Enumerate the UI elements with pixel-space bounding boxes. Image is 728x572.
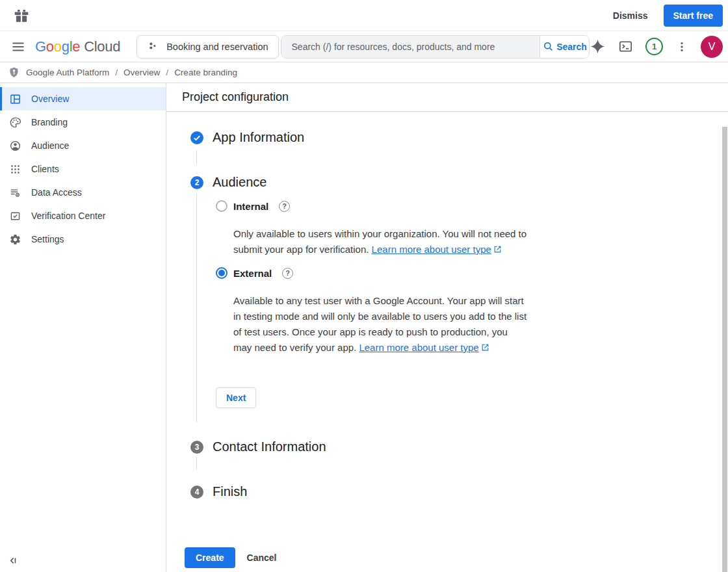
project-icon: [147, 40, 159, 53]
avatar[interactable]: V: [701, 36, 723, 58]
logo-letter: e: [72, 38, 80, 55]
step-number-badge: 3: [190, 441, 203, 454]
sidebar: Overview Branding: [0, 83, 166, 572]
step-label: App Information: [213, 130, 304, 145]
link-text: Learn more about user type: [359, 342, 478, 353]
step-label: Finish: [213, 484, 247, 499]
step-complete-check-icon: [190, 131, 203, 144]
sidebar-item-branding[interactable]: Branding: [0, 110, 166, 134]
radio-label: External: [233, 268, 272, 279]
logo-letter: g: [62, 38, 70, 55]
checkbox-icon: [9, 210, 21, 222]
sidebar-item-audience[interactable]: Audience: [0, 134, 166, 157]
external-description: Available to any test user with a Google…: [233, 293, 527, 356]
cloud-shell-icon[interactable]: [618, 39, 633, 54]
search-icon: [542, 40, 554, 53]
logo-letter: o: [46, 38, 54, 55]
search-button-label: Search: [556, 42, 587, 52]
gift-icon[interactable]: [13, 7, 30, 24]
learn-more-link[interactable]: Learn more about user type: [372, 244, 502, 255]
project-selector[interactable]: Booking and reservation: [136, 35, 278, 58]
create-button[interactable]: Create: [185, 547, 235, 568]
google-cloud-console: Dismiss Start free Google Cloud Booking …: [0, 0, 728, 572]
step-finish: 4 Finish: [190, 484, 728, 499]
breadcrumb-separator: /: [166, 68, 168, 77]
breadcrumb-item[interactable]: Overview: [124, 68, 160, 77]
project-name: Booking and reservation: [166, 42, 268, 52]
kebab-menu-icon[interactable]: [675, 39, 688, 55]
external-link-icon: [481, 341, 489, 356]
step-contact-information: 3 Contact Information: [190, 439, 728, 454]
internal-radio-row[interactable]: Internal ?: [216, 200, 728, 212]
list-gear-icon: [9, 187, 21, 199]
header-actions: 1 V: [590, 36, 723, 58]
project-configuration-stepper: App Information 2 Audience Internal ? On…: [166, 112, 728, 543]
link-text: Learn more about user type: [372, 244, 491, 255]
step-connector: [196, 457, 197, 470]
sidebar-item-overview[interactable]: Overview: [0, 87, 166, 110]
sidebar-item-label: Overview: [31, 94, 69, 104]
gemini-icon[interactable]: [590, 38, 606, 55]
help-icon[interactable]: ?: [279, 201, 290, 212]
google-cloud-logo: Google Cloud: [35, 38, 120, 55]
page-body: Overview Branding: [0, 83, 728, 572]
form-actions: Create Cancel: [166, 543, 728, 572]
next-button[interactable]: Next: [216, 387, 256, 408]
step-audience: 2 Audience: [190, 175, 728, 190]
grid-icon: [9, 163, 21, 176]
logo-cloud-text: Cloud: [84, 38, 120, 55]
sidebar-item-label: Branding: [31, 117, 68, 127]
breadcrumb: Google Auth Platform / Overview / Create…: [0, 62, 728, 83]
main-pane: Project configuration App Information 2 …: [166, 83, 728, 572]
step-number-badge: 2: [190, 176, 203, 189]
external-link-icon: [493, 242, 502, 258]
breadcrumb-item[interactable]: Create branding: [174, 68, 237, 77]
search-placeholder: Search (/) for resources, docs, products…: [292, 42, 495, 52]
vertical-scrollbar[interactable]: [722, 127, 727, 572]
sidebar-item-label: Settings: [31, 234, 64, 244]
notifications-badge[interactable]: 1: [645, 38, 663, 55]
logo-letter: o: [54, 38, 62, 55]
audience-step-body: Internal ? Only available to users withi…: [196, 194, 728, 422]
logo-letter: G: [35, 38, 46, 55]
external-radio-row[interactable]: External ?: [216, 267, 728, 279]
palette-icon: [9, 116, 21, 129]
sidebar-item-label: Data Access: [31, 187, 82, 198]
start-free-button[interactable]: Start free: [664, 5, 723, 27]
app-bar: Google Cloud Booking and reservation Sea…: [0, 31, 728, 62]
breadcrumb-separator: /: [115, 68, 118, 77]
step-number-badge: 4: [190, 486, 203, 499]
step-app-information: App Information: [190, 130, 728, 145]
dismiss-button[interactable]: Dismiss: [613, 10, 648, 21]
sidebar-item-clients[interactable]: Clients: [0, 157, 166, 181]
search-button[interactable]: Search: [540, 36, 589, 58]
sidebar-item-settings[interactable]: Settings: [0, 228, 166, 251]
gear-icon: [9, 233, 21, 246]
cancel-button[interactable]: Cancel: [238, 547, 286, 568]
overview-icon: [9, 93, 21, 105]
radio-label: Internal: [233, 201, 268, 212]
sidebar-item-data-access[interactable]: Data Access: [0, 181, 166, 204]
collapse-sidebar-icon[interactable]: [6, 554, 19, 567]
person-icon: [9, 140, 21, 152]
sidebar-item-label: Verification Center: [31, 211, 105, 221]
step-label: Audience: [213, 175, 266, 190]
page-title: Project configuration: [166, 83, 728, 112]
sidebar-item-label: Clients: [31, 164, 59, 174]
shield-key-icon: [8, 66, 20, 79]
search-bar: Search (/) for resources, docs, products…: [281, 35, 590, 58]
external-radio[interactable]: [216, 267, 228, 279]
step-connector: [196, 150, 197, 164]
step-label: Contact Information: [213, 439, 326, 454]
breadcrumb-item[interactable]: Google Auth Platform: [26, 68, 109, 77]
sidebar-item-verification-center[interactable]: Verification Center: [0, 204, 166, 228]
promo-bar: Dismiss Start free: [0, 0, 728, 31]
search-input[interactable]: Search (/) for resources, docs, products…: [281, 36, 540, 58]
help-icon[interactable]: ?: [282, 268, 293, 279]
sidebar-item-label: Audience: [31, 140, 69, 151]
menu-icon[interactable]: [10, 39, 26, 55]
internal-radio[interactable]: [216, 200, 228, 212]
internal-description: Only available to users within your orga…: [233, 226, 527, 258]
learn-more-link[interactable]: Learn more about user type: [359, 342, 489, 353]
